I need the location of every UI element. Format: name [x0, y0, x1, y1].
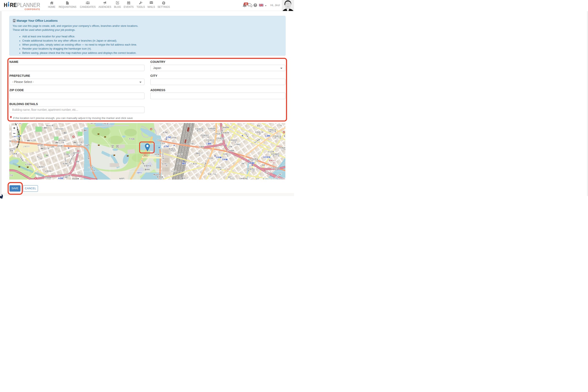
svg-text:11: 11: [226, 170, 228, 172]
svg-text:半蔵門: 半蔵門: [84, 144, 90, 146]
svg-text:目: 目: [199, 154, 200, 156]
svg-text:の内北口: の内北口: [169, 150, 176, 152]
svg-text:麹町三丁目: 麹町三丁目: [55, 142, 64, 144]
svg-text:新大: 新大: [284, 135, 285, 137]
svg-text:大手町: 大手町: [171, 137, 177, 139]
svg-text:目: 目: [268, 173, 270, 175]
svg-text:八重洲二丁: 八重洲二丁: [180, 177, 188, 179]
svg-text:番町中央通り: 番町中央通り: [55, 128, 64, 130]
svg-text:麹町六丁目: 麹町六丁目: [27, 140, 36, 142]
svg-text:千代田: 千代田: [129, 138, 135, 140]
svg-text:新宿通り: 新宿通り: [57, 145, 64, 147]
svg-text:麹町学園通り: 麹町学園通り: [58, 139, 67, 141]
svg-text:箱崎PA: 箱崎PA: [276, 145, 282, 147]
svg-text:麹町一丁目: 麹町一丁目: [73, 141, 82, 144]
svg-text:紀尾井町4: 紀尾井町4: [37, 166, 45, 168]
svg-text:江戸橋北: 江戸橋北: [234, 144, 240, 145]
svg-text:署前: 署前: [257, 125, 260, 127]
svg-text:麹町: 麹町: [51, 146, 55, 148]
svg-text:目: 目: [166, 164, 167, 166]
svg-text:紀之国坂: 紀之国坂: [25, 164, 32, 166]
svg-text:丁: 丁: [79, 172, 80, 174]
svg-text:目: 目: [68, 155, 70, 157]
svg-text:三丁目: 三丁目: [281, 148, 285, 150]
svg-text:町: 町: [259, 133, 261, 135]
svg-text:町一丁目: 町一丁目: [208, 141, 214, 143]
svg-text:箱崎出口: 箱崎出口: [269, 160, 276, 162]
svg-text:二重橋前: 二重橋前: [143, 168, 150, 170]
svg-text:江戸橋南: 江戸橋南: [227, 150, 234, 152]
svg-text:日本橋: 日本橋: [207, 157, 213, 159]
svg-text:上智大学: 上智大学: [22, 145, 30, 148]
svg-text:町二丁目: 町二丁目: [202, 136, 209, 138]
svg-text:八重洲: 八重洲: [191, 162, 197, 165]
svg-text:番町文人通り: 番町文人通り: [46, 124, 55, 126]
svg-text:目: 目: [179, 155, 181, 157]
svg-text:602: 602: [273, 162, 275, 164]
svg-text:三宅坂: 三宅坂: [90, 170, 95, 172]
svg-text:六番町: 六番町: [42, 127, 47, 129]
svg-text:半蔵門: 半蔵門: [76, 144, 82, 146]
svg-text:東京: 東京: [182, 162, 186, 164]
svg-text:二番町: 二番町: [61, 132, 67, 134]
svg-text:大手門: 大手門: [160, 142, 165, 144]
svg-text:桜田門: 桜田門: [119, 178, 124, 180]
svg-text:日本橋: 日本橋: [222, 158, 228, 160]
svg-text:平河町一丁: 平河町一丁: [64, 153, 73, 155]
svg-text:茅場町: 茅場町: [249, 162, 255, 164]
svg-text:二丁目: 二丁目: [210, 129, 215, 131]
svg-text:三越前: 三越前: [206, 142, 212, 145]
svg-text:町: 町: [275, 169, 277, 171]
svg-text:若葉東: 若葉東: [12, 153, 17, 155]
svg-text:箱崎: 箱崎: [262, 164, 265, 166]
svg-text:一丁目: 一丁目: [231, 141, 236, 143]
svg-text:丸の内: 丸の内: [171, 170, 176, 172]
svg-text:和田倉門: 和田倉門: [155, 154, 161, 155]
svg-text:四谷一丁目: 四谷一丁目: [9, 140, 17, 142]
svg-text:日本橋茅場: 日本橋茅場: [239, 178, 247, 180]
svg-text:校前: 校前: [10, 150, 13, 152]
svg-text:隼町: 隼町: [76, 160, 79, 163]
svg-text:二重橋前: 二重橋前: [136, 172, 142, 174]
svg-text:大手町: 大手町: [165, 136, 171, 138]
svg-text:一番町: 一番町: [82, 129, 87, 132]
svg-text:?: ?: [255, 4, 256, 6]
svg-text:町二丁目: 町二丁目: [273, 155, 279, 157]
svg-text:町二丁目: 町二丁目: [248, 170, 255, 172]
svg-text:大手町: 大手町: [163, 132, 168, 134]
svg-text:日: 日: [285, 162, 285, 164]
svg-text:千鳥ヶ淵: 千鳥ヶ淵: [90, 123, 95, 124]
svg-text:麹町五丁目: 麹町五丁目: [40, 148, 49, 150]
svg-text:目: 目: [227, 155, 228, 157]
svg-text:麹町: 麹町: [45, 154, 49, 156]
svg-text:江戸桜通り: 江戸桜通り: [214, 133, 221, 135]
svg-text:町一丁目: 町一丁目: [251, 160, 258, 162]
svg-text:馬場先門: 馬場先門: [153, 174, 160, 176]
svg-text:町二丁目: 町二丁目: [275, 137, 281, 139]
svg-text:フォーラ: フォーラ: [157, 178, 164, 180]
svg-text:平河町二丁: 平河町二丁: [63, 163, 72, 165]
svg-text:皇居: 皇居: [111, 144, 121, 148]
svg-text:呉服橋: 呉服橋: [199, 146, 204, 148]
svg-text:代官町通り: 代官町通り: [102, 123, 110, 125]
svg-text:日本橋: 日本橋: [216, 156, 221, 158]
svg-text:国会図書: 国会図書: [72, 178, 79, 180]
svg-text:三宅坂: 三宅坂: [88, 167, 93, 168]
svg-text:目: 目: [67, 164, 69, 167]
svg-text:水天宮前: 水天宮前: [263, 156, 270, 158]
svg-text:プ入口: プ入口: [229, 178, 234, 180]
svg-text:永田町: 永田町: [58, 177, 64, 179]
svg-text:町三丁目: 町三丁目: [197, 130, 203, 132]
svg-text:東京: 東京: [177, 162, 181, 164]
svg-text:大手町: 大手町: [163, 145, 169, 148]
svg-text:二丁目: 二丁目: [277, 124, 282, 126]
svg-text:目: 目: [220, 168, 221, 170]
svg-text:京橋一丁目: 京橋一丁目: [208, 173, 216, 175]
svg-text:人形町: 人形町: [265, 135, 270, 137]
svg-text:赤坂: 赤坂: [9, 174, 13, 176]
svg-text:永代: 永代: [256, 178, 259, 180]
svg-text:兜町: 兜町: [241, 163, 245, 164]
svg-text:一丁目: 一丁目: [219, 139, 224, 141]
svg-text:赤坂見附: 赤坂見附: [45, 177, 51, 179]
svg-text:宝町: 宝町: [227, 168, 230, 170]
